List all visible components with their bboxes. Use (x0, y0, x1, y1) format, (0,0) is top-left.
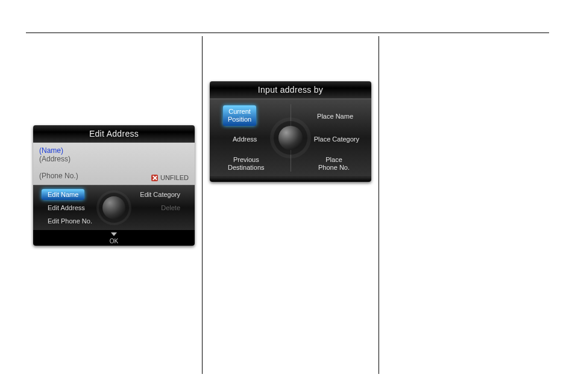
previous-destinations-option[interactable]: Previous Destinations (223, 154, 269, 174)
screen-title: Edit Address (33, 125, 195, 143)
edit-menu: Edit Name Edit Address Edit Phone No. Ed… (33, 185, 195, 230)
edit-category-option[interactable]: Edit Category (134, 189, 186, 200)
screen-title: Input address by (210, 81, 371, 99)
info-panel: (Name) (Address) (Phone No.) UNFILED (33, 143, 195, 185)
rotary-knob[interactable] (102, 196, 125, 219)
rotary-knob[interactable] (278, 126, 303, 150)
edit-address-option[interactable]: Edit Address (42, 202, 91, 213)
edit-address-screen: Edit Address (Name) (Address) (Phone No.… (33, 125, 195, 246)
ok-bar[interactable]: OK (33, 230, 195, 246)
ok-label: OK (110, 238, 118, 244)
address-option[interactable]: Address (228, 133, 262, 146)
chevron-down-icon (111, 232, 117, 236)
column-1: Edit Address (Name) (Address) (Phone No.… (26, 36, 202, 374)
input-address-screen: Input address by Current Position Addres… (210, 81, 371, 182)
current-position-option[interactable]: Current Position (223, 105, 256, 126)
place-phone-option[interactable]: Place Phone No. (313, 154, 354, 174)
unfiled-label: UNFILED (160, 174, 189, 181)
horizontal-rule (26, 33, 549, 33)
column-3 (379, 36, 549, 374)
column-2: Input address by Current Position Addres… (203, 36, 379, 374)
place-name-option[interactable]: Place Name (312, 110, 358, 123)
delete-option[interactable]: Delete (155, 202, 186, 213)
input-menu: Current Position Address Previous Destin… (210, 99, 371, 177)
screen-footer (210, 177, 371, 182)
place-category-option[interactable]: Place Category (309, 133, 364, 146)
name-placeholder: (Name) (39, 146, 189, 155)
address-placeholder: (Address) (39, 155, 189, 163)
unfiled-icon (151, 175, 158, 181)
unfiled-badge: UNFILED (151, 174, 189, 181)
edit-phone-option[interactable]: Edit Phone No. (42, 216, 98, 226)
edit-name-option[interactable]: Edit Name (42, 189, 84, 200)
